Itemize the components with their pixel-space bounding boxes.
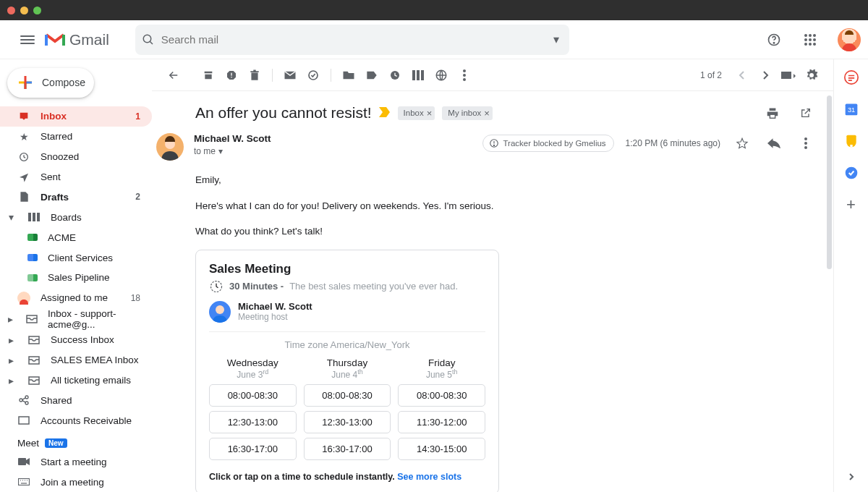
more-button[interactable] [454,65,475,85]
gmelius-addon-icon[interactable] [843,69,859,85]
search-bar[interactable]: ▾ [135,25,569,55]
time-slot-button[interactable]: 08:00-08:30 [304,384,391,407]
spam-button[interactable] [221,65,242,85]
sidebar-item-label: Inbox [41,111,67,122]
sidebar-item-label: Inbox - support-acme@g... [48,308,140,330]
svg-rect-15 [28,213,31,221]
open-in-new-button[interactable] [796,103,816,123]
label-chip-inbox[interactable]: Inbox× [398,106,435,120]
tasks-addon-icon[interactable] [843,165,859,181]
settings-button[interactable] [801,65,822,85]
sidebar-item-shared-inbox-2[interactable]: ▸ Success Inbox [0,330,152,350]
sidebar-item-join-meeting[interactable]: Join a meeting [0,472,152,492]
back-button[interactable] [163,65,184,85]
get-addons-button[interactable]: + [843,197,859,213]
recipient-line[interactable]: to me▾ [194,146,271,156]
sidebar-item-accounts-receivable[interactable]: Accounts Receivable [0,410,152,430]
see-more-slots-link[interactable]: See more slots [397,472,461,482]
remove-label-icon[interactable]: × [427,108,433,119]
print-button[interactable] [762,103,783,123]
time-slot-button[interactable]: 16:30-17:00 [209,438,297,460]
meeting-slots-grid: Wednesday June 3rd 08:00-08:30 12:30-13:… [209,357,485,465]
sidebar-item-sent[interactable]: Sent [0,167,152,187]
avatar-icon [17,292,30,305]
svg-rect-35 [231,77,231,77]
reply-button[interactable] [764,133,784,153]
delete-button[interactable] [244,65,265,85]
window-maximize-icon[interactable] [33,7,41,14]
meeting-description: The best sales meeting you've ever had. [289,281,458,292]
gmail-m-icon [45,33,65,47]
star-message-button[interactable] [732,133,752,153]
sidebar-item-shared-inbox-4[interactable]: ▸ All ticketing emails [0,370,152,391]
main-menu-button[interactable] [19,31,36,48]
svg-point-12 [813,43,816,46]
sidebar-item-assigned[interactable]: Assigned to me 18 [0,288,152,308]
scrollbar[interactable] [827,96,832,269]
add-to-tasks-button[interactable] [303,65,323,85]
svg-point-3 [773,42,774,43]
time-slot-button[interactable]: 12:30-13:00 [304,411,391,433]
apps-grid-button[interactable] [801,31,819,48]
mark-unread-button[interactable] [280,65,300,85]
input-tools-button[interactable] [778,65,799,85]
board-button[interactable] [408,65,428,85]
labels-button[interactable] [362,65,382,85]
svg-point-51 [804,137,807,140]
sidebar-item-start-meeting[interactable]: Start a meeting [0,451,152,472]
time-slot-button[interactable]: 11:30-12:00 [398,411,485,433]
gmail-logo[interactable]: Gmail [45,31,109,48]
time-slot-button[interactable]: 16:30-17:00 [304,438,391,460]
collapse-panel-button[interactable] [843,469,859,485]
search-options-icon[interactable]: ▾ [549,33,563,47]
message-content: An offer you cannot resist! Inbox× My in… [152,91,833,492]
svg-line-1 [150,41,153,44]
sidebar-item-drafts[interactable]: Drafts 2 [0,187,152,207]
move-to-button[interactable] [339,65,359,85]
share-email-button[interactable] [431,65,451,85]
calendar-addon-icon[interactable]: 31 [843,101,859,117]
sidebar-item-shared[interactable]: Shared [0,390,152,410]
sidebar-board-acme[interactable]: ACME [0,227,152,247]
archive-button[interactable] [198,65,218,85]
sidebar-item-label: Snoozed [41,151,79,162]
important-marker-icon[interactable] [379,107,391,119]
tracker-blocked-chip[interactable]: Tracker blocked by Gmelius [482,135,614,152]
sidebar-item-snoozed[interactable]: Snoozed [0,147,152,167]
sidebar-item-shared-inbox-1[interactable]: ▸ Inbox - support-acme@g... [0,308,152,330]
search-icon[interactable] [141,33,156,47]
time-slot-button[interactable]: 08:00-08:30 [209,384,297,407]
snooze-button[interactable] [385,65,405,85]
sidebar-item-starred[interactable]: ★ Starred [0,127,152,147]
time-slot-button[interactable]: 12:30-13:00 [209,411,297,433]
sidebar-item-boards[interactable]: ▾ Boards [0,207,152,227]
svg-point-44 [463,78,466,81]
time-slot-button[interactable]: 14:30-15:00 [398,438,485,460]
label-chip-my-inbox[interactable]: My inbox× [442,106,493,120]
svg-rect-16 [33,213,35,221]
search-input[interactable] [156,33,549,46]
sender-avatar[interactable] [156,133,184,161]
prev-message-button[interactable] [732,65,752,85]
compose-button[interactable]: Compose [7,68,94,98]
remove-label-icon[interactable]: × [484,108,490,119]
next-message-button[interactable] [755,65,775,85]
message-body: Emily, Here's what I can do for you! Del… [195,172,716,239]
svg-rect-17 [37,213,40,221]
sidebar-item-label: Assigned to me [41,292,108,303]
sidebar-board-client-services[interactable]: Client Services [0,247,152,268]
keep-addon-icon[interactable] [843,133,859,149]
time-slot-button[interactable]: 08:00-08:30 [398,384,485,407]
sidebar-board-sales-pipeline[interactable]: Sales Pipeline [0,268,152,288]
meet-label: Meet [17,438,39,449]
sidebar-item-inbox[interactable]: Inbox 1 [0,106,152,127]
meet-section-header: Meet New [0,430,152,451]
sidebar-item-label: Join a meeting [41,477,104,488]
account-avatar[interactable] [838,28,861,51]
side-panel: 31 + [833,59,868,492]
message-more-button[interactable] [796,133,816,153]
window-minimize-icon[interactable] [20,7,28,14]
support-button[interactable] [765,31,783,48]
sidebar-item-shared-inbox-3[interactable]: ▸ SALES EMEA Inbox [0,350,152,370]
window-close-icon[interactable] [7,7,15,14]
